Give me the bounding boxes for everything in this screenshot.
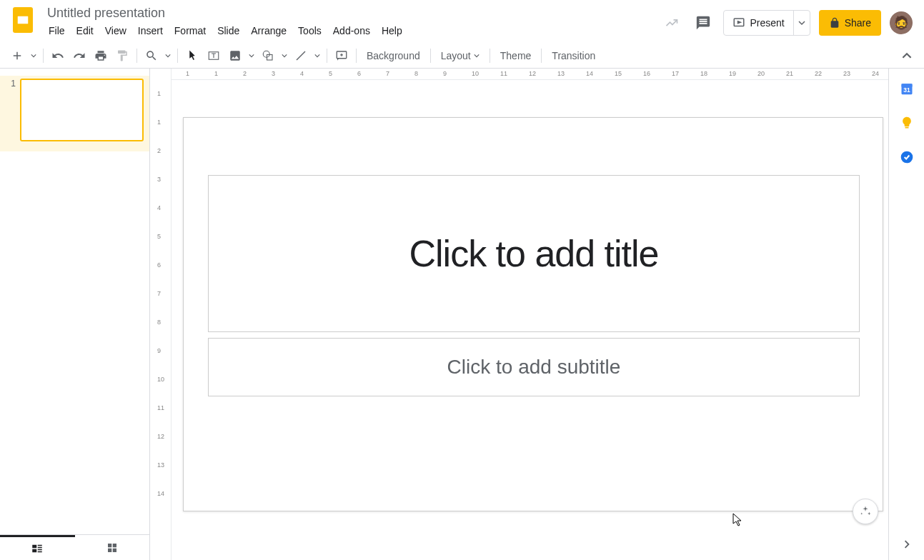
menu-view[interactable]: View	[99, 22, 132, 39]
svg-rect-12	[38, 545, 42, 546]
separator	[490, 49, 490, 63]
tasks-icon[interactable]	[900, 150, 914, 164]
document-title[interactable]: Untitled presentation	[43, 4, 169, 21]
main: 1 11234567891011121314 11234567891011121…	[0, 69, 924, 560]
separator	[541, 49, 542, 63]
print-button[interactable]	[91, 46, 111, 66]
share-label: Share	[845, 17, 871, 29]
menu-help[interactable]: Help	[376, 22, 408, 39]
menu-slide[interactable]: Slide	[212, 22, 245, 39]
canvas-area[interactable]: Click to add title Click to add subtitle	[172, 80, 888, 534]
svg-rect-18	[108, 548, 111, 551]
present-icon	[732, 16, 745, 29]
slide-number: 1	[6, 79, 20, 141]
slide-thumbnail-1[interactable]: 1	[0, 76, 149, 151]
horizontal-ruler[interactable]: 1123456789101112131415161718192021222324…	[172, 69, 888, 80]
layout-button[interactable]: Layout	[435, 46, 485, 66]
menu-arrange[interactable]: Arrange	[245, 22, 292, 39]
new-slide-dropdown[interactable]	[29, 46, 39, 66]
new-slide-button[interactable]	[7, 46, 27, 66]
menu-edit[interactable]: Edit	[71, 22, 99, 39]
separator	[356, 49, 357, 63]
editor-main: 1123456789101112131415161718192021222324…	[172, 69, 888, 560]
header: Untitled presentation File Edit View Ins…	[0, 0, 924, 43]
svg-rect-10	[33, 545, 37, 549]
side-panel: 31	[888, 69, 924, 560]
svg-text:31: 31	[903, 86, 910, 94]
svg-marker-4	[738, 21, 741, 24]
menu-insert[interactable]: Insert	[132, 22, 169, 39]
lock-icon	[829, 17, 840, 29]
title-placeholder-text: Click to add title	[409, 232, 658, 275]
transition-button[interactable]: Transition	[546, 46, 601, 66]
mouse-cursor-icon	[732, 513, 744, 527]
line-tool[interactable]	[291, 46, 311, 66]
toolbar: Background Layout Theme Transition	[0, 43, 924, 69]
calendar-icon[interactable]: 31	[900, 81, 914, 96]
image-tool[interactable]	[225, 46, 245, 66]
filmstrip-view-button[interactable]	[0, 535, 75, 560]
share-button[interactable]: Share	[819, 10, 881, 36]
vertical-ruler[interactable]: 11234567891011121314	[150, 69, 172, 560]
collapse-toolbar-button[interactable]	[897, 46, 917, 66]
separator	[177, 49, 178, 63]
zoom-dropdown[interactable]	[163, 46, 173, 66]
comments-icon[interactable]	[692, 11, 715, 34]
line-dropdown[interactable]	[312, 46, 322, 66]
svg-rect-15	[38, 551, 42, 553]
svg-rect-16	[108, 544, 111, 547]
svg-rect-1	[17, 16, 29, 24]
menu-file[interactable]: File	[43, 22, 71, 39]
header-actions: Present Share 🧔	[660, 6, 913, 36]
side-panel-expand[interactable]	[903, 540, 911, 549]
shape-tool[interactable]	[258, 46, 278, 66]
separator	[136, 49, 137, 63]
textbox-tool[interactable]	[204, 46, 224, 66]
svg-rect-14	[38, 549, 42, 551]
paint-format-button[interactable]	[112, 46, 132, 66]
menu-addons[interactable]: Add-ons	[327, 22, 376, 39]
select-tool[interactable]	[182, 46, 202, 66]
zoom-button[interactable]	[141, 46, 162, 66]
grid-view-button[interactable]	[75, 535, 150, 560]
title-area: Untitled presentation File Edit View Ins…	[43, 6, 660, 39]
editor: 11234567891011121314 1123456789101112131…	[150, 69, 888, 560]
menubar: File Edit View Insert Format Slide Arran…	[43, 22, 660, 39]
undo-button[interactable]	[48, 46, 68, 66]
svg-rect-13	[38, 547, 42, 549]
svg-rect-19	[113, 548, 116, 551]
slide-canvas[interactable]: Click to add title Click to add subtitle	[183, 117, 883, 511]
present-button[interactable]: Present	[724, 11, 793, 35]
subtitle-placeholder-text: Click to add subtitle	[447, 356, 621, 379]
keep-icon[interactable]	[900, 116, 914, 130]
present-label: Present	[750, 17, 784, 29]
slide-thumb-image	[20, 79, 144, 141]
shape-dropdown[interactable]	[279, 46, 289, 66]
svg-point-6	[263, 51, 269, 57]
slides-logo-icon[interactable]	[9, 6, 37, 34]
activity-icon[interactable]	[660, 11, 683, 34]
separator	[43, 49, 44, 63]
chevron-down-icon	[474, 53, 480, 59]
filmstrip: 1	[0, 69, 150, 560]
layout-label: Layout	[441, 50, 471, 61]
image-dropdown[interactable]	[247, 46, 257, 66]
svg-rect-17	[113, 544, 116, 547]
present-button-group: Present	[723, 10, 810, 36]
background-button[interactable]: Background	[361, 46, 426, 66]
theme-button[interactable]: Theme	[495, 46, 537, 66]
menu-tools[interactable]: Tools	[292, 22, 327, 39]
title-placeholder-box[interactable]: Click to add title	[208, 175, 860, 332]
explore-button[interactable]	[853, 499, 878, 524]
separator	[327, 49, 327, 63]
separator	[430, 49, 431, 63]
present-dropdown[interactable]	[793, 11, 810, 35]
redo-button[interactable]	[69, 46, 89, 66]
comment-tool[interactable]	[332, 46, 352, 66]
filmstrip-footer	[0, 534, 149, 560]
svg-line-8	[297, 51, 305, 60]
chevron-down-icon	[798, 19, 805, 26]
user-avatar[interactable]: 🧔	[890, 11, 913, 34]
subtitle-placeholder-box[interactable]: Click to add subtitle	[208, 338, 860, 396]
menu-format[interactable]: Format	[169, 22, 212, 39]
